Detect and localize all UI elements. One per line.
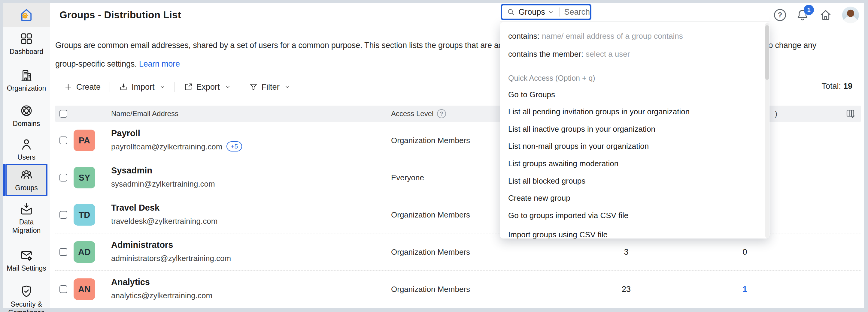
- home-button[interactable]: [819, 8, 832, 22]
- search-filter-contains-member[interactable]: contains the member:select a user: [508, 48, 630, 59]
- sidebar-item-label: Organization: [3, 84, 50, 93]
- quick-access-section-header: Quick Access (Option + q): [508, 73, 757, 83]
- home-gear-logo-icon: [19, 7, 34, 23]
- group-access-level: Everyone: [391, 173, 424, 182]
- group-name[interactable]: Analytics: [111, 277, 150, 287]
- group-moderation-count: 0: [721, 247, 769, 256]
- global-search-bar[interactable]: Groups Search: [500, 3, 770, 22]
- row-checkbox[interactable]: [59, 137, 67, 144]
- data-migration-icon: [20, 202, 33, 216]
- group-name[interactable]: Payroll: [111, 128, 140, 138]
- export-icon: [184, 82, 193, 92]
- dropdown-scrollbar-thumb[interactable]: [765, 25, 769, 80]
- group-name[interactable]: Sysadmin: [111, 166, 152, 175]
- group-avatar: AD: [73, 241, 95, 263]
- column-settings-button[interactable]: [845, 108, 856, 119]
- quick-access-title: Quick Access (Option + q): [508, 74, 595, 82]
- quick-access-import-groups-csv[interactable]: Import groups using CSV file: [508, 229, 608, 239]
- filter-hint: select a user: [586, 49, 630, 59]
- total-label: Total:: [822, 81, 841, 91]
- search-input[interactable]: Search: [564, 7, 590, 17]
- sidebar-item-security-compliance[interactable]: Security & Compliance: [3, 284, 50, 312]
- user-avatar[interactable]: [842, 7, 859, 24]
- group-email: payrollteam@zylkertraining.com+5: [111, 142, 242, 152]
- security-compliance-icon: [20, 284, 33, 298]
- sidebar-item-organization[interactable]: Organization: [3, 68, 50, 93]
- quick-access-create-new-group[interactable]: Create new group: [508, 193, 570, 203]
- sidebar-item-groups[interactable]: Groups: [5, 164, 48, 196]
- search-dropdown: contains:name/ email address of a group …: [500, 22, 770, 239]
- plus-icon: [64, 82, 73, 92]
- access-level-help-icon[interactable]: ?: [437, 109, 446, 118]
- notifications-button[interactable]: 1: [796, 8, 809, 22]
- group-email: sysadmin@zylkertraining.com: [111, 179, 215, 189]
- quick-access-inactive-groups[interactable]: List all inactive groups in your organiz…: [508, 124, 655, 134]
- filter-button[interactable]: Filter: [249, 82, 290, 92]
- chevron-down-icon: [225, 84, 231, 90]
- active-indicator-bar: [3, 164, 5, 196]
- export-button[interactable]: Export: [184, 82, 231, 92]
- group-moderation-count-link[interactable]: 1: [721, 285, 769, 294]
- sidebar-item-mail-settings[interactable]: Mail Settings: [3, 248, 50, 272]
- column-header-name[interactable]: Name/Email Address: [111, 109, 178, 118]
- sidebar-item-users[interactable]: Users: [3, 137, 50, 162]
- row-checkbox[interactable]: [59, 211, 67, 219]
- group-avatar: PA: [73, 130, 95, 151]
- learn-more-link[interactable]: Learn more: [139, 59, 180, 68]
- total-count: Total:19: [822, 81, 852, 91]
- chevron-down-icon[interactable]: [548, 9, 554, 15]
- search-filter-contains[interactable]: contains:name/ email address of a group …: [508, 31, 683, 41]
- quick-access-pending-invitation-groups[interactable]: List all pending invitation groups in yo…: [508, 106, 690, 117]
- filter-hint: name/ email address of a group contains: [542, 32, 683, 40]
- quick-access-go-to-groups[interactable]: Go to Groups: [508, 89, 555, 100]
- filter-label: contains:: [508, 32, 539, 40]
- sidebar-item-label: Dashboard: [3, 47, 50, 56]
- group-name[interactable]: Administrators: [111, 240, 173, 250]
- sidebar-item-label: Domains: [3, 119, 50, 128]
- section-rule: [599, 78, 757, 78]
- search-scope-selector[interactable]: Groups: [518, 7, 545, 17]
- toolbar-divider: [110, 82, 110, 92]
- main-content: Groups - Distribution List ? 1: [50, 3, 864, 308]
- import-button[interactable]: Import: [119, 82, 165, 92]
- export-label: Export: [196, 82, 220, 92]
- group-name[interactable]: Travel Desk: [111, 203, 159, 213]
- app-logo[interactable]: [3, 3, 50, 27]
- table-row-analytics[interactable]: AN Analytics analytics@zylkertraining.co…: [55, 271, 861, 308]
- extra-aliases-badge[interactable]: +5: [226, 141, 242, 151]
- domains-icon: [20, 104, 33, 117]
- quick-access-blocked-groups[interactable]: List all blocked groups: [508, 175, 585, 186]
- page-description-line2-text: group-specific settings.: [55, 59, 137, 68]
- help-button[interactable]: ?: [774, 9, 786, 21]
- sidebar-item-domains[interactable]: Domains: [3, 104, 50, 128]
- group-avatar: AN: [73, 278, 95, 300]
- create-button[interactable]: Create: [64, 82, 101, 92]
- quick-access-awaiting-moderation[interactable]: List groups awaiting moderation: [508, 158, 618, 169]
- table-row-administrators[interactable]: AD Administrators administrators@zylkert…: [55, 233, 861, 271]
- group-avatar: SY: [73, 167, 95, 188]
- toolbar-divider: [240, 82, 240, 92]
- page-title: Groups - Distribution List: [59, 9, 181, 21]
- filter-icon: [249, 82, 258, 92]
- sidebar-item-label: Groups: [7, 184, 46, 192]
- select-all-checkbox[interactable]: [59, 110, 67, 117]
- row-checkbox[interactable]: [59, 285, 67, 293]
- sidebar-item-label: Data Migration: [8, 218, 44, 235]
- group-email: administrators@zylkertraining.com: [111, 254, 231, 263]
- group-access-level: Organization Members: [391, 136, 470, 145]
- row-checkbox[interactable]: [59, 174, 67, 181]
- organization-icon: [20, 68, 33, 82]
- quick-access-groups-imported-csv[interactable]: Go to groups imported via CSV file: [508, 210, 628, 221]
- search-icon: [507, 8, 515, 16]
- quick-access-non-mail-groups[interactable]: List non-mail groups in your organizatio…: [508, 141, 649, 151]
- notification-badge: 1: [804, 5, 814, 15]
- group-members-count: 3: [602, 247, 650, 256]
- sidebar-item-label: Mail Settings: [3, 264, 50, 272]
- column-header-access-level[interactable]: Access Level ?: [391, 109, 446, 118]
- sidebar-item-label: Users: [3, 153, 50, 162]
- column-header-partial: ): [775, 109, 777, 118]
- row-checkbox[interactable]: [59, 248, 67, 256]
- search-scope-box[interactable]: Groups Search: [501, 4, 591, 20]
- sidebar-item-dashboard[interactable]: Dashboard: [3, 32, 50, 56]
- sidebar-item-data-migration[interactable]: Data Migration: [3, 202, 50, 235]
